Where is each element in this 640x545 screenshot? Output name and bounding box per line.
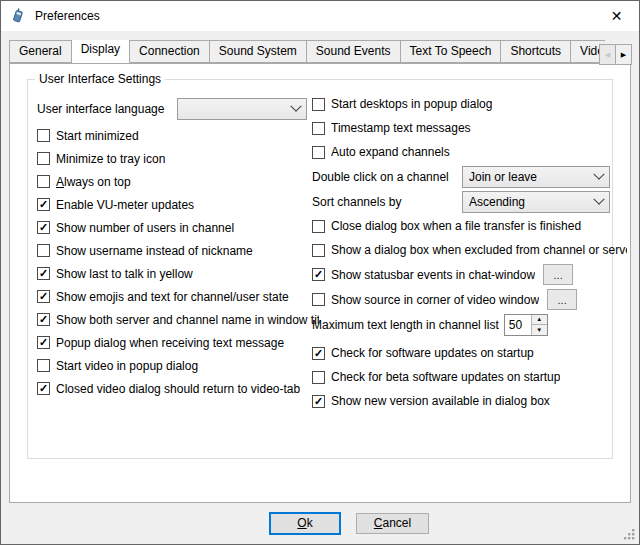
checkbox-box [37, 129, 50, 142]
checkbox-label: Start minimized [56, 129, 139, 143]
checkbox-label: Auto expand channels [331, 145, 450, 159]
checkbox-box [312, 371, 325, 384]
checkbox-box: ✓ [312, 347, 325, 360]
checkbox-minimize-to-tray[interactable]: Minimize to tray icon [37, 147, 319, 170]
checkbox-always-on-top[interactable]: Always on top [37, 170, 319, 193]
tab-display[interactable]: Display [71, 40, 130, 63]
checkbox-check-beta-updates[interactable]: Check for beta software updates on start… [312, 365, 627, 389]
checkbox-label: Minimize to tray icon [56, 152, 165, 166]
tab-scroll-left-icon[interactable]: ◀ [599, 44, 616, 65]
checkbox-video-source-corner[interactable]: Show source in corner of video window ..… [312, 287, 627, 312]
left-column: User interface language Start minimized … [37, 94, 319, 400]
checkbox-box [37, 152, 50, 165]
resize-grip-icon[interactable] [623, 528, 635, 540]
checkbox-box: ✓ [37, 382, 50, 395]
tab-shortcuts[interactable]: Shortcuts [500, 40, 571, 63]
video-source-config-button[interactable]: ... [547, 289, 577, 310]
tab-bar: General Display Connection Sound System … [9, 40, 605, 63]
checkbox-excluded-dialog[interactable]: Show a dialog box when excluded from cha… [312, 238, 627, 262]
checkbox-last-to-talk[interactable]: ✓ Show last to talk in yellow [37, 262, 319, 285]
tab-scroller: ◀ ▶ [600, 44, 632, 65]
checkbox-label: Show new version available in dialog box [331, 394, 550, 408]
double-click-value: Join or leave [469, 170, 595, 184]
spin-up-icon[interactable]: ▲ [532, 315, 547, 326]
checkbox-popup-text-message[interactable]: ✓ Popup dialog when receiving text messa… [37, 331, 319, 354]
chevron-down-icon [593, 193, 604, 204]
checkbox-server-channel-title[interactable]: ✓ Show both server and channel name in w… [37, 308, 319, 331]
checkbox-closed-video-return[interactable]: ✓ Closed video dialog should return to v… [37, 377, 319, 400]
max-text-length-spinner[interactable]: 50 ▲ ▼ [504, 314, 548, 336]
checkbox-label: Show source in corner of video window [331, 293, 539, 307]
checkbox-label: Show both server and channel name in win… [56, 313, 319, 327]
checkbox-label: Show username instead of nickname [56, 244, 253, 258]
checkbox-box: ✓ [37, 290, 50, 303]
double-click-label: Double click on a channel [312, 170, 462, 184]
checkbox-label: Show last to talk in yellow [56, 267, 193, 281]
checkbox-start-desktops-popup[interactable]: Start desktops in popup dialog [312, 92, 627, 116]
checkbox-box [37, 244, 50, 257]
checkbox-start-minimized[interactable]: Start minimized [37, 124, 319, 147]
max-text-length-label: Maximum text length in channel list [312, 318, 499, 332]
checkbox-box [312, 146, 325, 159]
tab-connection[interactable]: Connection [129, 40, 210, 63]
checkbox-label: Popup dialog when receiving text message [56, 336, 284, 350]
checkbox-close-on-transfer-finish[interactable]: Close dialog box when a file transfer is… [312, 214, 627, 238]
checkbox-label: Show statusbar events in chat-window [331, 268, 535, 282]
language-row: User interface language [37, 94, 319, 124]
window-title: Preferences [35, 9, 100, 23]
checkbox-box [312, 122, 325, 135]
sort-channels-select[interactable]: Ascending [462, 191, 610, 213]
close-icon[interactable]: ✕ [594, 1, 639, 31]
checkbox-video-popup[interactable]: Start video in popup dialog [37, 354, 319, 377]
checkbox-box: ✓ [312, 268, 325, 281]
checkbox-label: Show a dialog box when excluded from cha… [331, 243, 627, 257]
checkbox-box: ✓ [312, 395, 325, 408]
checkbox-label: Show emojis and text for channel/user st… [56, 290, 289, 304]
cancel-button[interactable]: Cancel [356, 513, 429, 534]
checkbox-vu-meter-updates[interactable]: ✓ Enable VU-meter updates [37, 193, 319, 216]
checkbox-label: Always on top [56, 175, 131, 189]
checkbox-timestamp-messages[interactable]: Timestamp text messages [312, 116, 627, 140]
statusbar-events-config-button[interactable]: ... [543, 264, 573, 285]
double-click-select[interactable]: Join or leave [462, 166, 610, 188]
checkbox-check-updates[interactable]: ✓ Check for software updates on startup [312, 341, 627, 365]
checkbox-show-user-count[interactable]: ✓ Show number of users in channel [37, 216, 319, 239]
checkbox-show-emojis[interactable]: ✓ Show emojis and text for channel/user … [37, 285, 319, 308]
checkbox-box: ✓ [37, 198, 50, 211]
max-text-length-value: 50 [505, 315, 531, 335]
checkbox-box [312, 220, 325, 233]
checkbox-label: Closed video dialog should return to vid… [56, 382, 300, 396]
checkbox-box [312, 244, 325, 257]
max-text-length-row: Maximum text length in channel list 50 ▲… [312, 312, 627, 337]
checkbox-box [312, 293, 325, 306]
checkbox-show-username[interactable]: Show username instead of nickname [37, 239, 319, 262]
language-label: User interface language [37, 102, 177, 116]
checkbox-label: Start video in popup dialog [56, 359, 198, 373]
tab-sound-system[interactable]: Sound System [209, 40, 307, 63]
chevron-down-icon [290, 101, 301, 112]
checkbox-label: Start desktops in popup dialog [331, 97, 492, 111]
sort-channels-value: Ascending [469, 195, 595, 209]
sort-channels-label: Sort channels by [312, 195, 462, 209]
spin-buttons: ▲ ▼ [531, 315, 547, 335]
spin-down-icon[interactable]: ▼ [532, 325, 547, 335]
checkbox-box [312, 98, 325, 111]
tab-text-to-speech[interactable]: Text To Speech [400, 40, 502, 63]
preferences-dialog: Preferences ✕ General Display Connection… [0, 0, 640, 545]
checkbox-statusbar-events[interactable]: ✓ Show statusbar events in chat-window .… [312, 262, 627, 287]
ok-button[interactable]: Ok [269, 512, 341, 535]
checkbox-auto-expand-channels[interactable]: Auto expand channels [312, 140, 627, 164]
checkbox-label: Check for beta software updates on start… [331, 370, 560, 384]
language-select[interactable] [177, 98, 307, 120]
checkbox-box [37, 175, 50, 188]
tab-general[interactable]: General [9, 40, 72, 63]
checkbox-new-version-dialog[interactable]: ✓ Show new version available in dialog b… [312, 389, 627, 413]
checkbox-label: Show number of users in channel [56, 221, 234, 235]
tab-sound-events[interactable]: Sound Events [306, 40, 401, 63]
titlebar: Preferences ✕ [1, 1, 639, 31]
checkbox-box [37, 359, 50, 372]
checkbox-label: Enable VU-meter updates [56, 198, 194, 212]
tab-scroll-right-icon[interactable]: ▶ [615, 44, 632, 65]
right-column: Start desktops in popup dialog Timestamp… [312, 92, 627, 413]
group-title: User Interface Settings [35, 72, 165, 86]
